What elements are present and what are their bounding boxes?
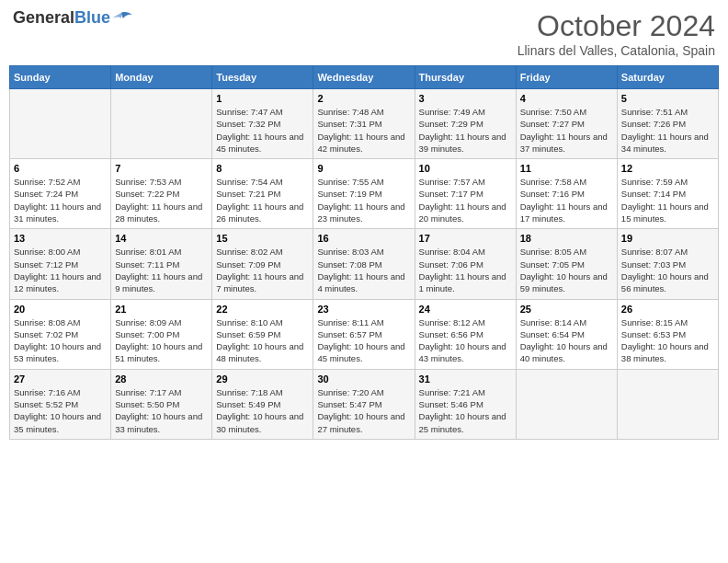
day-detail: Sunrise: 8:14 AMSunset: 6:54 PMDaylight:… [520,317,608,364]
day-number: 16 [317,233,410,244]
weekday-header-cell: Friday [516,66,617,89]
day-number: 11 [520,163,613,174]
day-number: 21 [115,304,208,315]
weekday-header-cell: Tuesday [212,66,313,89]
calendar-day-cell: 13Sunrise: 8:00 AMSunset: 7:12 PMDayligh… [10,229,111,299]
weekday-header-cell: Wednesday [313,66,415,89]
calendar-day-cell: 1Sunrise: 7:47 AMSunset: 7:32 PMDaylight… [212,89,313,159]
day-number: 17 [419,233,512,244]
day-number: 19 [621,233,714,244]
day-number: 27 [14,373,107,385]
day-number: 4 [520,93,613,104]
calendar-week-row: 6Sunrise: 7:52 AMSunset: 7:24 PMDaylight… [10,159,719,229]
day-number: 5 [621,93,714,104]
day-detail: Sunrise: 7:17 AMSunset: 5:50 PMDaylight:… [115,387,202,434]
calendar-day-cell: 19Sunrise: 8:07 AMSunset: 7:03 PMDayligh… [617,229,718,299]
calendar-day-cell [111,89,212,159]
day-detail: Sunrise: 8:11 AMSunset: 6:57 PMDaylight:… [317,317,404,364]
day-number: 14 [115,233,208,244]
day-number: 13 [14,233,107,244]
calendar-week-row: 20Sunrise: 8:08 AMSunset: 7:02 PMDayligh… [10,299,719,369]
day-detail: Sunrise: 8:12 AMSunset: 6:56 PMDaylight:… [419,317,506,364]
day-number: 1 [216,93,309,104]
day-detail: Sunrise: 7:16 AMSunset: 5:52 PMDaylight:… [14,387,101,434]
day-number: 25 [520,304,613,315]
calendar-day-cell: 25Sunrise: 8:14 AMSunset: 6:54 PMDayligh… [516,299,617,369]
calendar-week-row: 27Sunrise: 7:16 AMSunset: 5:52 PMDayligh… [10,369,719,439]
day-number: 6 [14,163,107,174]
calendar-day-cell: 18Sunrise: 8:05 AMSunset: 7:05 PMDayligh… [516,229,617,299]
day-detail: Sunrise: 7:49 AMSunset: 7:29 PMDaylight:… [419,107,506,154]
logo-bird-icon [112,11,132,26]
day-detail: Sunrise: 8:04 AMSunset: 7:06 PMDaylight:… [419,247,506,293]
day-number: 3 [419,93,512,104]
day-detail: Sunrise: 8:09 AMSunset: 7:00 PMDaylight:… [115,317,202,364]
day-number: 7 [115,163,208,174]
calendar-day-cell [516,369,617,439]
day-detail: Sunrise: 7:58 AMSunset: 7:16 PMDaylight:… [520,177,608,224]
day-number: 8 [216,163,309,174]
calendar-day-cell [10,89,111,159]
day-detail: Sunrise: 8:08 AMSunset: 7:02 PMDaylight:… [14,317,101,364]
day-number: 23 [317,304,410,315]
day-detail: Sunrise: 7:51 AMSunset: 7:26 PMDaylight:… [621,107,709,154]
title-block: October 2024 Llinars del Valles, Catalon… [518,9,715,58]
month-title: October 2024 [518,9,715,43]
calendar-day-cell: 5Sunrise: 7:51 AMSunset: 7:26 PMDaylight… [617,89,718,159]
day-detail: Sunrise: 7:50 AMSunset: 7:27 PMDaylight:… [520,107,608,154]
day-detail: Sunrise: 7:57 AMSunset: 7:17 PMDaylight:… [419,177,506,224]
day-number: 24 [419,304,512,315]
calendar-day-cell: 21Sunrise: 8:09 AMSunset: 7:00 PMDayligh… [111,299,212,369]
day-detail: Sunrise: 7:53 AMSunset: 7:22 PMDaylight:… [115,177,202,224]
day-detail: Sunrise: 7:54 AMSunset: 7:21 PMDaylight:… [216,177,303,224]
logo-blue: Blue [74,8,110,27]
location-subtitle: Llinars del Valles, Catalonia, Spain [518,43,715,58]
day-detail: Sunrise: 7:48 AMSunset: 7:31 PMDaylight:… [317,107,404,154]
calendar-day-cell: 4Sunrise: 7:50 AMSunset: 7:27 PMDaylight… [516,89,617,159]
day-number: 28 [115,373,208,385]
calendar-day-cell: 30Sunrise: 7:20 AMSunset: 5:47 PMDayligh… [313,369,415,439]
day-number: 12 [621,163,714,174]
calendar-day-cell: 15Sunrise: 8:02 AMSunset: 7:09 PMDayligh… [212,229,313,299]
day-detail: Sunrise: 7:59 AMSunset: 7:14 PMDaylight:… [621,177,709,224]
day-detail: Sunrise: 7:52 AMSunset: 7:24 PMDaylight:… [14,177,101,224]
calendar-day-cell: 24Sunrise: 8:12 AMSunset: 6:56 PMDayligh… [415,299,516,369]
day-detail: Sunrise: 8:00 AMSunset: 7:12 PMDaylight:… [14,247,101,293]
day-detail: Sunrise: 8:10 AMSunset: 6:59 PMDaylight:… [216,317,303,364]
calendar-day-cell: 8Sunrise: 7:54 AMSunset: 7:21 PMDaylight… [212,159,313,229]
day-detail: Sunrise: 8:03 AMSunset: 7:08 PMDaylight:… [317,247,404,293]
calendar-day-cell: 28Sunrise: 7:17 AMSunset: 5:50 PMDayligh… [111,369,212,439]
day-number: 9 [317,163,410,174]
calendar-day-cell: 3Sunrise: 7:49 AMSunset: 7:29 PMDaylight… [415,89,516,159]
calendar-day-cell: 27Sunrise: 7:16 AMSunset: 5:52 PMDayligh… [10,369,111,439]
calendar-day-cell: 22Sunrise: 8:10 AMSunset: 6:59 PMDayligh… [212,299,313,369]
calendar-day-cell: 23Sunrise: 8:11 AMSunset: 6:57 PMDayligh… [313,299,415,369]
day-number: 22 [216,304,309,315]
page-header: GeneralBlue October 2024 Llinars del Val… [9,9,719,58]
calendar-week-row: 1Sunrise: 7:47 AMSunset: 7:32 PMDaylight… [10,89,719,159]
weekday-header-row: SundayMondayTuesdayWednesdayThursdayFrid… [10,66,719,89]
day-number: 15 [216,233,309,244]
calendar-week-row: 13Sunrise: 8:00 AMSunset: 7:12 PMDayligh… [10,229,719,299]
calendar-day-cell: 29Sunrise: 7:18 AMSunset: 5:49 PMDayligh… [212,369,313,439]
weekday-header-cell: Saturday [617,66,718,89]
calendar-day-cell: 7Sunrise: 7:53 AMSunset: 7:22 PMDaylight… [111,159,212,229]
day-detail: Sunrise: 7:21 AMSunset: 5:46 PMDaylight:… [419,387,506,434]
logo-general: General [13,8,74,27]
weekday-header-cell: Thursday [415,66,516,89]
calendar-day-cell: 26Sunrise: 8:15 AMSunset: 6:53 PMDayligh… [617,299,718,369]
calendar-day-cell: 12Sunrise: 7:59 AMSunset: 7:14 PMDayligh… [617,159,718,229]
day-number: 2 [317,93,410,104]
weekday-header-cell: Monday [111,66,212,89]
calendar-day-cell: 14Sunrise: 8:01 AMSunset: 7:11 PMDayligh… [111,229,212,299]
day-detail: Sunrise: 8:07 AMSunset: 7:03 PMDaylight:… [621,247,709,293]
day-number: 18 [520,233,613,244]
weekday-header-cell: Sunday [10,66,111,89]
day-number: 26 [621,304,714,315]
day-detail: Sunrise: 7:18 AMSunset: 5:49 PMDaylight:… [216,387,303,434]
day-detail: Sunrise: 8:15 AMSunset: 6:53 PMDaylight:… [621,317,709,364]
day-number: 30 [317,373,410,385]
day-detail: Sunrise: 8:05 AMSunset: 7:05 PMDaylight:… [520,247,608,293]
calendar-day-cell [617,369,718,439]
calendar-day-cell: 11Sunrise: 7:58 AMSunset: 7:16 PMDayligh… [516,159,617,229]
